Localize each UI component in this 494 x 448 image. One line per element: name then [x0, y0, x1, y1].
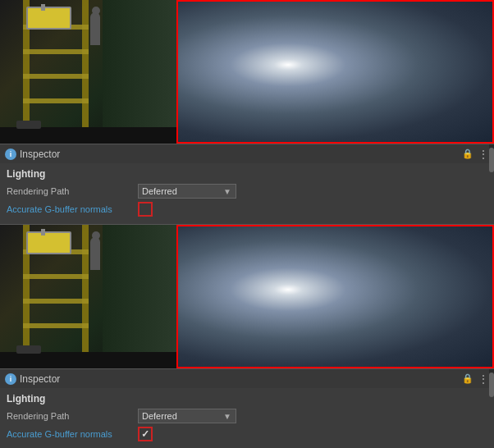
- rendering-path-label-bottom: Rendering Path: [7, 411, 138, 421]
- render-bg-bottom: [178, 226, 492, 367]
- lock-icon-top[interactable]: 🔒: [463, 149, 473, 160]
- scene-right-bottom: [176, 225, 494, 368]
- accurate-gbuffer-checkbox-wrapper-bottom: ✓: [138, 427, 153, 441]
- floor-bottom: [0, 352, 176, 368]
- light-fixture-top: [26, 7, 71, 30]
- wall-panel-bottom: [103, 225, 176, 364]
- ladder-scene-top: [0, 0, 176, 144]
- light-mount-top: [41, 4, 45, 11]
- inspector-label-bottom: Inspector: [20, 373, 60, 385]
- scrollbar-thumb-top: [489, 148, 494, 172]
- scrollbar-track-bottom[interactable]: [489, 369, 494, 388]
- panel-top: i Inspector 🔒 ⋮ Lighting Rendering Path …: [0, 0, 494, 224]
- ladder-scene-bottom: [0, 225, 176, 368]
- inspector-icon-bottom: i: [5, 373, 16, 385]
- rendering-path-row-bottom: Rendering Path Deferred Forward Legacy V…: [7, 408, 487, 424]
- rendering-path-dropdown-wrapper-bottom: Deferred Forward Legacy Vertex Lit ▼: [138, 409, 487, 423]
- scene-left-bottom: [0, 225, 176, 368]
- scene-view-bottom: [0, 225, 494, 368]
- accurate-gbuffer-checkbox-bottom[interactable]: ✓: [138, 427, 153, 441]
- scene-view-top: [0, 0, 494, 144]
- rendering-path-select-bottom[interactable]: Deferred Forward Legacy Vertex Lit: [138, 409, 236, 423]
- panel-bottom: i Inspector 🔒 ⋮ Lighting Rendering Path …: [0, 225, 494, 448]
- inspector-icon-top: i: [5, 149, 16, 160]
- light-mount-bottom: [41, 229, 45, 235]
- scrollbar-thumb-bottom: [489, 373, 494, 397]
- render-bg-top: [178, 2, 492, 142]
- object-top: [16, 121, 41, 129]
- inspector-bar-right-top: 🔒 ⋮: [463, 148, 489, 161]
- menu-icon-top[interactable]: ⋮: [478, 148, 489, 161]
- scene-right-top: [176, 0, 494, 144]
- object-bottom: [16, 345, 41, 354]
- figure-head-bottom: [92, 231, 100, 240]
- wall-panel-top: [103, 0, 176, 139]
- figure-head-top: [92, 7, 100, 15]
- inspector-bar-bottom: i Inspector 🔒 ⋮: [0, 368, 494, 388]
- lighting-header-bottom: Lighting: [7, 393, 487, 405]
- figure-body-top: [90, 12, 100, 45]
- light-fixture-bottom: [26, 231, 71, 254]
- floor-top: [0, 127, 176, 144]
- accurate-gbuffer-row-bottom: Accurate G-buffer normals ✓: [7, 426, 487, 442]
- inspector-content-top: Lighting Rendering Path Deferred Forward…: [0, 163, 494, 224]
- inspector-content-bottom: Lighting Rendering Path Deferred Forward…: [0, 388, 494, 448]
- lighting-header-top: Lighting: [7, 168, 487, 180]
- rendering-path-label-top: Rendering Path: [7, 186, 138, 196]
- rendering-path-row-top: Rendering Path Deferred Forward Legacy V…: [7, 183, 487, 199]
- scene-left-top: [0, 0, 176, 144]
- accurate-gbuffer-label-bottom: Accurate G-buffer normals: [7, 429, 138, 439]
- rendering-path-select-top[interactable]: Deferred Forward Legacy Vertex Lit: [138, 184, 236, 199]
- accurate-gbuffer-label-top: Accurate G-buffer normals: [7, 204, 138, 214]
- accurate-gbuffer-row-top: Accurate G-buffer normals: [7, 201, 487, 217]
- scrollbar-track-top[interactable]: [489, 144, 494, 163]
- figure-body-bottom: [90, 237, 100, 270]
- inspector-bar-right-bottom: 🔒 ⋮: [463, 373, 489, 386]
- inspector-label-top: Inspector: [20, 149, 60, 160]
- accurate-gbuffer-checkbox-wrapper-top: [138, 202, 153, 217]
- menu-icon-bottom[interactable]: ⋮: [478, 373, 489, 386]
- inspector-bar-top: i Inspector 🔒 ⋮: [0, 144, 494, 163]
- accurate-gbuffer-checkbox-top[interactable]: [138, 202, 153, 217]
- lock-icon-bottom[interactable]: 🔒: [463, 373, 473, 385]
- rendering-path-dropdown-wrapper-top: Deferred Forward Legacy Vertex Lit ▼: [138, 184, 487, 199]
- checkmark-icon-bottom: ✓: [141, 428, 149, 440]
